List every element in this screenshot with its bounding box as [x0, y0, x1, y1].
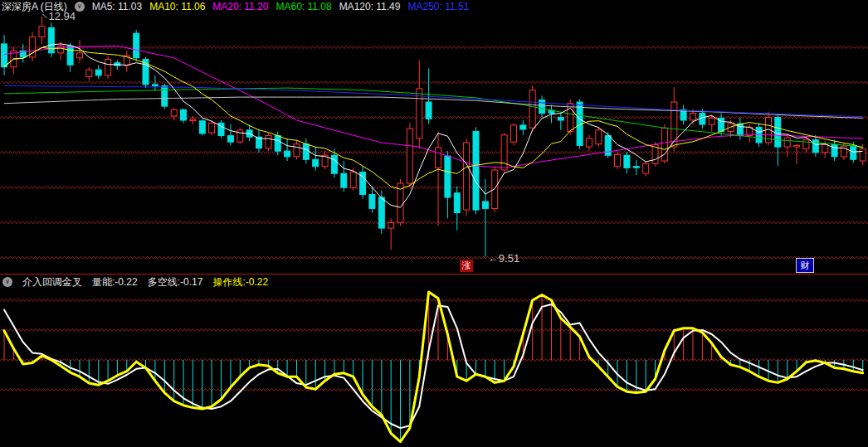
ma120-value: MA120: 11.49 [339, 1, 401, 12]
duokongxian-label: 多空线: [148, 276, 180, 288]
finance-info-badge[interactable]: 财 [796, 258, 814, 273]
ma60-value: MA60: 11.08 [276, 1, 331, 12]
liangnen-label: 量能: [92, 276, 115, 288]
ma10-value: MA10: 11.06 [149, 1, 205, 12]
chevron-down-icon[interactable]: ∨ [75, 2, 85, 12]
rise-info-badge[interactable]: 涨 [460, 260, 473, 272]
chart-header: 深深房A (日线) ∨ MA5: 11.03 MA10: 11.06 MA20:… [0, 0, 469, 12]
chevron-down-icon[interactable]: ∨ [2, 277, 12, 287]
duokongxian-field: 多空线:-0.17 [148, 275, 203, 289]
caozuoxian-value: -0.22 [246, 276, 268, 288]
ma20-value: MA20: 11.20 [212, 1, 268, 12]
indicator-chart[interactable] [0, 289, 868, 447]
caozuoxian-field: 操作线:-0.22 [212, 275, 268, 289]
main-price-chart[interactable]: 12.94←9.51 [0, 0, 868, 274]
caozuoxian-label: 操作线: [212, 276, 245, 288]
stock-title: 深深房A (日线) [2, 1, 67, 12]
duokongxian-value: -0.17 [180, 276, 202, 288]
low-price-label: ←9.51 [488, 252, 519, 265]
indicator-name[interactable]: 介入回调金叉 [22, 275, 82, 289]
indicator-header: ∨ 介入回调金叉 量能:-0.22 多空线:-0.17 操作线:-0.22 [0, 275, 268, 289]
ma250-value: MA250: 11.51 [407, 1, 469, 12]
ma5-value: MA5: 11.03 [92, 1, 142, 12]
liangnen-field: 量能:-0.22 [92, 275, 138, 289]
liangnen-value: -0.22 [115, 276, 137, 288]
